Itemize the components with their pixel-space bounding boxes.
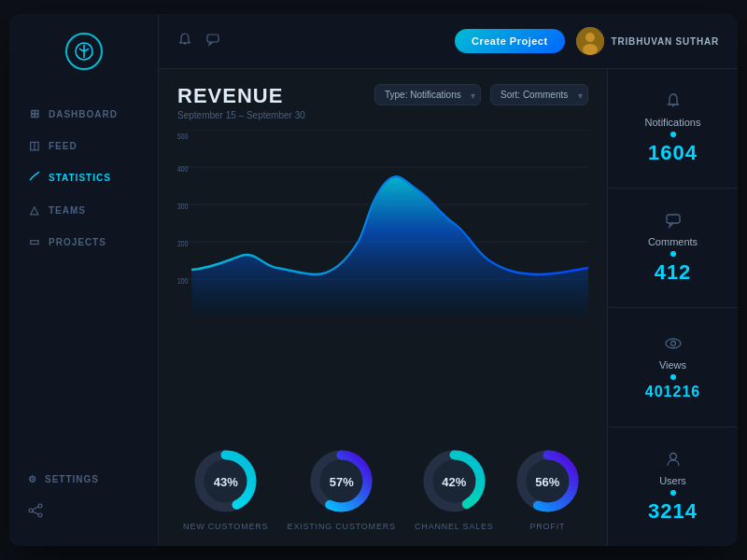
donut-title-channel-sales: CHANNEL SALES: [415, 522, 494, 531]
views-stat-icon: [665, 335, 682, 356]
svg-text:100: 100: [177, 276, 189, 286]
donut-svg-existing-customers: 57%: [306, 446, 376, 516]
dashboard-icon: ⊞: [28, 107, 41, 120]
svg-text:200: 200: [177, 239, 189, 248]
users-stat-icon: [665, 451, 682, 471]
header: Create Project TRIBHUVAN SUTHAR: [159, 14, 738, 69]
stat-card-notifications[interactable]: Notifications 1604: [608, 69, 738, 189]
notifications-stat-icon: [665, 92, 682, 113]
chart-area: REVENUE September 15 – September 30 Type…: [159, 69, 607, 546]
donut-card-profit: 56% PROFIT: [513, 446, 583, 531]
stat-card-comments[interactable]: Comments 412: [608, 189, 738, 308]
donut-title-existing-customers: EXISTING CUSTOMERS: [288, 522, 396, 531]
donut-label-existing-customers: 57%: [330, 474, 354, 488]
projects-icon: ▭: [28, 235, 41, 248]
comments-stat-value: 412: [655, 260, 692, 285]
donut-row: 43% NEW CUSTOMERS: [177, 437, 588, 531]
main-content: Create Project TRIBHUVAN SUTHAR REVE: [159, 14, 738, 546]
sidebar: ⊞ Dashboard ◫ Feed Statistics △ Teams: [9, 14, 159, 546]
chat-header-icon[interactable]: [205, 32, 220, 50]
users-stat-dot: [670, 490, 676, 496]
filter-sort-select[interactable]: Sort: Comments Sort: Date Sort: Value: [490, 84, 588, 105]
notifications-stat-value: 1604: [648, 141, 698, 165]
user-profile[interactable]: TRIBHUVAN SUTHAR: [576, 27, 719, 55]
sidebar-item-projects[interactable]: ▭ Projects: [9, 226, 158, 258]
comments-stat-dot: [670, 251, 676, 257]
svg-point-40: [669, 453, 676, 459]
sidebar-settings[interactable]: ⚙ Settings: [28, 465, 139, 494]
chart-wrapper: 100 200 300 400 500: [177, 130, 588, 437]
notification-header-icon[interactable]: [177, 32, 192, 50]
teams-icon: △: [28, 203, 41, 217]
filter-type-select[interactable]: Type: Notifications Type: Comments Type:…: [374, 84, 481, 105]
statistics-icon: [28, 171, 41, 185]
donut-card-existing-customers: 57% EXISTING CUSTOMERS: [288, 446, 396, 531]
sidebar-bottom: ⚙ Settings: [9, 465, 158, 527]
sidebar-nav: ⊞ Dashboard ◫ Feed Statistics △ Teams: [9, 98, 158, 465]
svg-text:300: 300: [177, 202, 189, 211]
user-name: TRIBHUVAN SUTHAR: [612, 36, 719, 47]
svg-point-2: [38, 504, 42, 508]
chart-header: REVENUE September 15 – September 30 Type…: [177, 84, 588, 120]
donut-svg-new-customers: 43%: [190, 446, 261, 516]
svg-point-11: [585, 33, 595, 42]
users-stat-value: 3214: [648, 499, 698, 524]
chart-title: REVENUE: [177, 84, 374, 108]
chart-svg: 100 200 300 400 500: [177, 130, 588, 316]
filter-type-wrapper: Type: Notifications Type: Comments Type:…: [374, 84, 481, 105]
notifications-stat-name: Notifications: [645, 117, 701, 128]
content-body: REVENUE September 15 – September 30 Type…: [159, 69, 738, 546]
sidebar-item-teams[interactable]: △ Teams: [9, 194, 158, 226]
views-stat-name: Views: [659, 359, 686, 371]
sidebar-share[interactable]: [28, 494, 139, 527]
filter-sort-wrapper: Sort: Comments Sort: Date Sort: Value: [490, 84, 588, 105]
donut-title-profit: PROFIT: [529, 522, 565, 531]
stats-panel: Notifications 1604 Comments 412: [607, 69, 738, 546]
header-icons: [177, 32, 220, 50]
stat-card-users[interactable]: Users 3214: [608, 427, 738, 546]
svg-point-4: [38, 513, 42, 517]
svg-point-12: [583, 44, 598, 55]
svg-text:400: 400: [177, 164, 189, 174]
user-avatar: [576, 27, 604, 55]
sidebar-logo[interactable]: [65, 33, 103, 70]
views-stat-dot: [670, 374, 676, 380]
donut-title-new-customers: NEW CUSTOMERS: [183, 522, 268, 531]
svg-rect-37: [667, 215, 680, 223]
donut-label-profit: 56%: [535, 474, 559, 488]
svg-point-38: [666, 339, 681, 348]
sidebar-item-dashboard[interactable]: ⊞ Dashboard: [9, 98, 158, 130]
svg-point-3: [29, 509, 33, 512]
chart-subtitle: September 15 – September 30: [177, 110, 374, 120]
sidebar-item-statistics[interactable]: Statistics: [9, 161, 158, 194]
stat-card-views[interactable]: Views 401216: [608, 308, 738, 427]
chart-title-block: REVENUE September 15 – September 30: [177, 84, 374, 120]
chart-filters: Type: Notifications Type: Comments Type:…: [374, 84, 588, 105]
svg-rect-9: [207, 35, 218, 42]
users-stat-name: Users: [659, 475, 686, 486]
comments-stat-icon: [665, 212, 682, 232]
sidebar-item-feed[interactable]: ◫ Feed: [9, 130, 158, 161]
app-container: ⊞ Dashboard ◫ Feed Statistics △ Teams: [9, 14, 738, 546]
donut-label-channel-sales: 42%: [442, 474, 466, 488]
donut-svg-profit: 56%: [513, 446, 583, 516]
svg-point-39: [670, 341, 675, 345]
settings-icon: ⚙: [28, 474, 37, 484]
donut-card-new-customers: 43% NEW CUSTOMERS: [183, 446, 268, 531]
svg-text:500: 500: [177, 132, 189, 141]
svg-line-6: [33, 511, 38, 514]
donut-svg-channel-sales: 42%: [419, 446, 489, 516]
feed-icon: ◫: [28, 139, 41, 152]
donut-card-channel-sales: 42% CHANNEL SALES: [415, 446, 494, 531]
notifications-stat-dot: [670, 132, 676, 137]
views-stat-value: 401216: [645, 384, 700, 400]
create-project-button[interactable]: Create Project: [455, 29, 565, 53]
svg-line-5: [33, 507, 38, 510]
donut-label-new-customers: 43%: [214, 474, 238, 488]
comments-stat-name: Comments: [648, 236, 698, 247]
